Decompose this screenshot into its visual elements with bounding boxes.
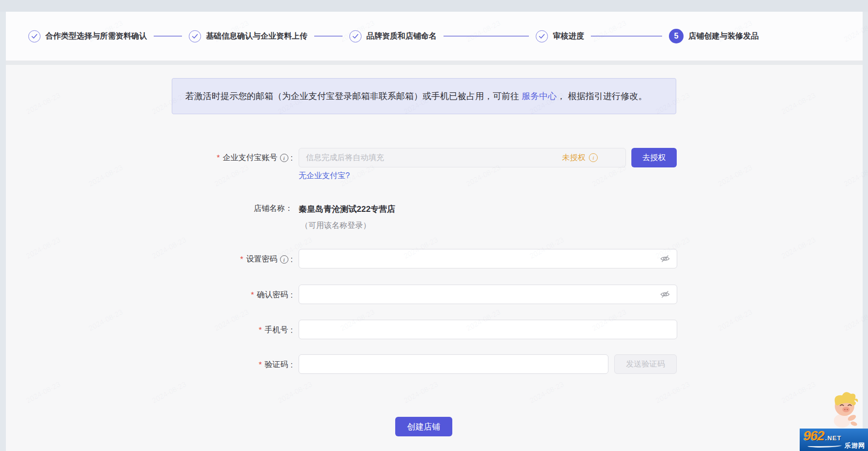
stepper-connector [314,36,343,37]
confirm-password-label: * 确认密码 : [127,290,293,300]
stepper-step-3: 品牌资质和店铺命名 [349,30,437,42]
service-center-link[interactable]: 服务中心 [522,91,557,101]
site-watermark-logo: 962 .NET 乐游网 [800,429,868,451]
stepper: 合作类型选择与所需资料确认 基础信息确认与企业资料上传 品牌资质和店铺命名 审核… [6,12,863,61]
stepper-connector [154,36,182,37]
form-panel-background [6,12,863,451]
authorization-status: 未授权 i [562,148,598,167]
phone-label: * 手机号 : [127,325,293,335]
stepper-step-2: 基础信息确认与企业资料上传 [189,30,307,42]
step-label: 店铺创建与装修发品 [688,31,759,41]
logo-swoosh [807,444,842,448]
check-icon [536,30,548,42]
alipay-account-label: * 企业支付宝账号 i : [127,153,293,163]
warning-info-icon[interactable]: i [589,153,598,162]
notice-text: ， 根据指引进行修改。 [557,91,647,101]
required-asterisk: * [251,291,254,300]
store-creation-page: 合作类型选择与所需资料确认 基础信息确认与企业资料上传 品牌资质和店铺命名 审核… [0,0,868,451]
notice-text: 若激活时提示您的邮箱（为企业支付宝登录邮箱非联系邮箱）或手机已被占用，可前往 [185,91,522,101]
check-icon [349,30,362,42]
info-icon[interactable]: i [280,255,288,264]
set-password-label: * 设置密码 i : [127,254,293,265]
store-name-label: 店铺名称： [127,204,293,214]
verification-code-label: * 验证码 : [127,360,293,370]
stepper-step-1: 合作类型选择与所需资料确认 [28,30,147,42]
no-alipay-link[interactable]: 无企业支付宝? [299,171,350,181]
step-label: 审核进度 [553,31,584,41]
step-label: 品牌资质和店铺命名 [366,31,437,41]
right-margin [863,12,868,451]
verification-code-input[interactable] [299,354,608,374]
step-number-badge: 5 [669,29,684,43]
store-name-hint: （可用该名称登录） [301,221,371,231]
check-icon [189,30,201,42]
stepper-step-4: 审核进度 [536,30,584,42]
info-icon[interactable]: i [280,154,288,162]
step-label: 合作类型选择与所需资料确认 [45,31,147,41]
store-name-value: 秦皇岛青沧测试222专营店 [299,204,395,215]
create-store-button[interactable]: 创建店铺 [395,417,452,436]
required-asterisk: * [240,255,243,264]
phone-input[interactable] [299,320,677,339]
status-text: 未授权 [562,153,585,163]
send-code-button[interactable]: 发送验证码 [614,354,677,374]
logo-site-name: 乐游网 [845,441,865,450]
authorize-button[interactable]: 去授权 [631,148,677,167]
step-label: 基础信息确认与企业资料上传 [206,31,307,41]
required-asterisk: * [217,154,220,163]
left-margin [0,12,6,451]
stepper-connector [591,36,662,37]
stepper-step-5-current: 5 店铺创建与装修发品 [669,29,759,43]
check-icon [28,30,40,42]
stepper-connector [444,36,529,37]
set-password-input[interactable] [299,249,677,268]
pig-mascot-image [828,390,864,429]
logo-number: 962 [804,430,824,442]
required-asterisk: * [259,326,262,335]
required-asterisk: * [259,361,262,369]
logo-net-text: .NET [825,434,842,442]
notice-banner: 若激活时提示您的邮箱（为企业支付宝登录邮箱非联系邮箱）或手机已被占用，可前往 服… [172,78,676,114]
confirm-password-input[interactable] [299,285,677,304]
section-divider [6,61,863,65]
eye-off-icon[interactable] [660,253,670,264]
eye-off-icon[interactable] [660,289,670,300]
